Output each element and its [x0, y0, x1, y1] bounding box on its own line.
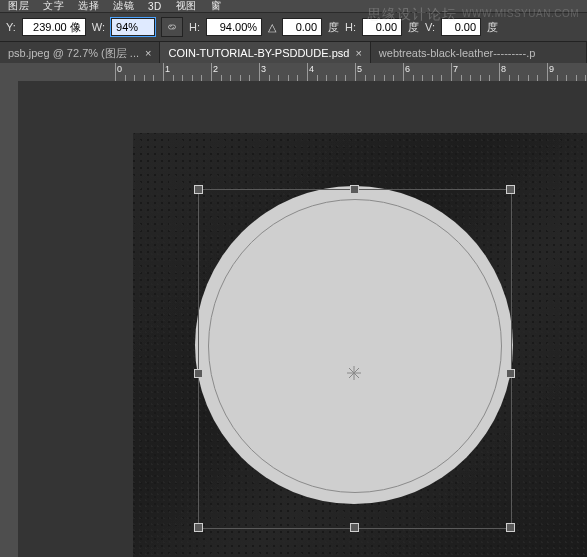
skew-v-input[interactable]: 0.00 — [441, 18, 481, 36]
ruler-number: 1 — [165, 64, 170, 74]
menu-item[interactable]: 图层 — [8, 0, 29, 13]
close-icon[interactable]: × — [355, 47, 361, 59]
menu-item[interactable]: 滤镜 — [113, 0, 134, 13]
ruler-number: 0 — [117, 64, 122, 74]
transform-handle-s[interactable] — [350, 523, 359, 532]
tab-label: psb.jpeg @ 72.7% (图层 ... — [8, 46, 139, 61]
transform-handle-nw[interactable] — [194, 185, 203, 194]
ruler-number: 5 — [357, 64, 362, 74]
skew-h-unit: 度 — [408, 20, 419, 35]
skew-h-input[interactable]: 0.00 — [362, 18, 402, 36]
transform-handle-e[interactable] — [506, 369, 515, 378]
ruler-number: 9 — [549, 64, 554, 74]
ruler-number: 2 — [213, 64, 218, 74]
ruler-number: 8 — [501, 64, 506, 74]
link-wh-button[interactable] — [161, 17, 183, 37]
transform-handle-n[interactable] — [350, 185, 359, 194]
menu-item[interactable]: 选择 — [78, 0, 99, 13]
skew-v-unit: 度 — [487, 20, 498, 35]
ruler-horizontal[interactable]: 01234567891011 — [18, 63, 587, 82]
document-tab[interactable]: webtreats-black-leather---------.p — [371, 42, 587, 64]
menu-item[interactable]: 3D — [148, 1, 162, 12]
options-bar: Y: 239.00 像 W: 94% H: 94.00% △ 0.00 度 H:… — [0, 13, 587, 42]
menu-item[interactable]: 窗 — [211, 0, 222, 13]
w-label: W: — [92, 21, 105, 33]
ruler-number: 7 — [453, 64, 458, 74]
transform-handle-se[interactable] — [506, 523, 515, 532]
ruler-number: 4 — [309, 64, 314, 74]
ruler-vertical[interactable] — [0, 81, 19, 557]
ruler-number: 3 — [261, 64, 266, 74]
angle-input[interactable]: 0.00 — [282, 18, 322, 36]
transform-bounding-box[interactable] — [198, 189, 512, 529]
skew-h-label: H: — [345, 21, 356, 33]
close-icon[interactable]: × — [145, 47, 151, 59]
angle-unit: 度 — [328, 20, 339, 35]
w-input[interactable]: 94% — [111, 18, 155, 36]
transform-handle-w[interactable] — [194, 369, 203, 378]
skew-v-label: V: — [425, 21, 435, 33]
center-crosshair-icon — [347, 366, 361, 380]
h-percent-input[interactable]: 94.00% — [206, 18, 262, 36]
ruler-origin[interactable] — [0, 63, 19, 82]
tab-label: COIN-TUTORIAL-BY-PSDDUDE.psd — [168, 47, 349, 59]
angle-label: △ — [268, 21, 276, 34]
y-label: Y: — [6, 21, 16, 33]
ruler-number: 6 — [405, 64, 410, 74]
document-tab-bar: psb.jpeg @ 72.7% (图层 ... × COIN-TUTORIAL… — [0, 42, 587, 65]
transform-handle-ne[interactable] — [506, 185, 515, 194]
h-percent-label: H: — [189, 21, 200, 33]
document-tab[interactable]: COIN-TUTORIAL-BY-PSDDUDE.psd × — [160, 42, 370, 64]
menu-bar: 图层 文字 选择 滤镜 3D 视图 窗 — [0, 0, 587, 13]
menu-item[interactable]: 文字 — [43, 0, 64, 13]
transform-handle-sw[interactable] — [194, 523, 203, 532]
document-tab[interactable]: psb.jpeg @ 72.7% (图层 ... × — [0, 42, 160, 64]
menu-item[interactable]: 视图 — [176, 0, 197, 13]
canvas[interactable] — [18, 81, 587, 557]
link-icon — [166, 21, 178, 33]
transform-center-point[interactable] — [347, 366, 361, 380]
tab-label: webtreats-black-leather---------.p — [379, 47, 535, 59]
y-input[interactable]: 239.00 像 — [22, 18, 86, 36]
